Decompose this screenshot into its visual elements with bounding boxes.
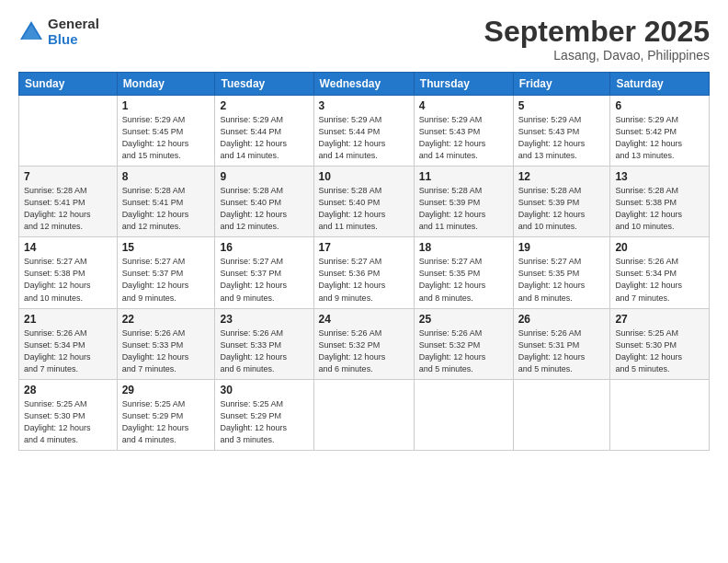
- day-info: Sunrise: 5:29 AM Sunset: 5:43 PM Dayligh…: [518, 114, 606, 162]
- table-row: 17Sunrise: 5:27 AM Sunset: 5:36 PM Dayli…: [313, 237, 414, 308]
- logo-blue-text: Blue: [48, 32, 99, 48]
- table-row: [513, 379, 610, 450]
- logo-text: General Blue: [48, 17, 99, 47]
- day-number: 19: [518, 241, 606, 254]
- calendar-header-row: Sunday Monday Tuesday Wednesday Thursday…: [19, 73, 710, 96]
- day-number: 1: [122, 99, 210, 112]
- table-row: 27Sunrise: 5:25 AM Sunset: 5:30 PM Dayli…: [610, 308, 710, 379]
- table-row: 29Sunrise: 5:25 AM Sunset: 5:29 PM Dayli…: [117, 379, 215, 450]
- day-info: Sunrise: 5:28 AM Sunset: 5:38 PM Dayligh…: [615, 185, 704, 233]
- col-saturday: Saturday: [610, 73, 710, 96]
- day-info: Sunrise: 5:26 AM Sunset: 5:33 PM Dayligh…: [122, 327, 210, 375]
- day-number: 23: [220, 313, 308, 326]
- day-number: 14: [24, 241, 112, 254]
- day-number: 29: [122, 384, 210, 396]
- day-info: Sunrise: 5:27 AM Sunset: 5:38 PM Dayligh…: [24, 256, 112, 304]
- day-number: 20: [615, 241, 704, 254]
- table-row: 9Sunrise: 5:28 AM Sunset: 5:40 PM Daylig…: [215, 167, 313, 237]
- calendar-week-3: 14Sunrise: 5:27 AM Sunset: 5:38 PM Dayli…: [19, 237, 710, 308]
- day-number: 11: [419, 170, 508, 183]
- day-number: 27: [615, 313, 704, 326]
- table-row: 30Sunrise: 5:25 AM Sunset: 5:29 PM Dayli…: [215, 379, 313, 450]
- month-title: September 2025: [484, 17, 710, 46]
- table-row: 24Sunrise: 5:26 AM Sunset: 5:32 PM Dayli…: [313, 308, 414, 379]
- day-info: Sunrise: 5:27 AM Sunset: 5:35 PM Dayligh…: [419, 256, 508, 304]
- day-info: Sunrise: 5:28 AM Sunset: 5:41 PM Dayligh…: [122, 185, 210, 233]
- day-number: 5: [518, 99, 606, 112]
- calendar: Sunday Monday Tuesday Wednesday Thursday…: [18, 72, 710, 451]
- table-row: 19Sunrise: 5:27 AM Sunset: 5:35 PM Dayli…: [513, 237, 610, 308]
- day-info: Sunrise: 5:26 AM Sunset: 5:33 PM Dayligh…: [220, 327, 308, 375]
- day-info: Sunrise: 5:25 AM Sunset: 5:30 PM Dayligh…: [24, 398, 112, 446]
- day-number: 9: [220, 170, 308, 183]
- day-number: 30: [220, 384, 308, 396]
- col-thursday: Thursday: [414, 73, 513, 96]
- day-number: 22: [122, 313, 210, 326]
- title-block: September 2025 Lasang, Davao, Philippine…: [484, 17, 710, 63]
- table-row: 6Sunrise: 5:29 AM Sunset: 5:42 PM Daylig…: [610, 96, 710, 167]
- day-info: Sunrise: 5:26 AM Sunset: 5:34 PM Dayligh…: [615, 256, 704, 304]
- table-row: 1Sunrise: 5:29 AM Sunset: 5:45 PM Daylig…: [117, 96, 215, 167]
- table-row: 25Sunrise: 5:26 AM Sunset: 5:32 PM Dayli…: [414, 308, 513, 379]
- table-row: 2Sunrise: 5:29 AM Sunset: 5:44 PM Daylig…: [215, 96, 313, 167]
- day-number: 4: [419, 99, 508, 112]
- table-row: 15Sunrise: 5:27 AM Sunset: 5:37 PM Dayli…: [117, 237, 215, 308]
- calendar-week-4: 21Sunrise: 5:26 AM Sunset: 5:34 PM Dayli…: [19, 308, 710, 379]
- page: General Blue September 2025 Lasang, Dava…: [0, 0, 728, 563]
- table-row: 16Sunrise: 5:27 AM Sunset: 5:37 PM Dayli…: [215, 237, 313, 308]
- table-row: 28Sunrise: 5:25 AM Sunset: 5:30 PM Dayli…: [19, 379, 118, 450]
- calendar-week-2: 7Sunrise: 5:28 AM Sunset: 5:41 PM Daylig…: [19, 167, 710, 237]
- table-row: 14Sunrise: 5:27 AM Sunset: 5:38 PM Dayli…: [19, 237, 118, 308]
- day-number: 2: [220, 99, 308, 112]
- table-row: [414, 379, 513, 450]
- header: General Blue September 2025 Lasang, Dava…: [18, 17, 710, 63]
- calendar-week-1: 1Sunrise: 5:29 AM Sunset: 5:45 PM Daylig…: [19, 96, 710, 167]
- table-row: 10Sunrise: 5:28 AM Sunset: 5:40 PM Dayli…: [313, 167, 414, 237]
- day-number: 18: [419, 241, 508, 254]
- table-row: 26Sunrise: 5:26 AM Sunset: 5:31 PM Dayli…: [513, 308, 610, 379]
- day-info: Sunrise: 5:27 AM Sunset: 5:37 PM Dayligh…: [220, 256, 308, 304]
- day-number: 16: [220, 241, 308, 254]
- table-row: [313, 379, 414, 450]
- table-row: 18Sunrise: 5:27 AM Sunset: 5:35 PM Dayli…: [414, 237, 513, 308]
- day-info: Sunrise: 5:29 AM Sunset: 5:44 PM Dayligh…: [319, 114, 409, 162]
- table-row: 13Sunrise: 5:28 AM Sunset: 5:38 PM Dayli…: [610, 167, 710, 237]
- table-row: 22Sunrise: 5:26 AM Sunset: 5:33 PM Dayli…: [117, 308, 215, 379]
- col-sunday: Sunday: [19, 73, 118, 96]
- day-info: Sunrise: 5:26 AM Sunset: 5:32 PM Dayligh…: [419, 327, 508, 375]
- day-number: 26: [518, 313, 606, 326]
- day-info: Sunrise: 5:29 AM Sunset: 5:45 PM Dayligh…: [122, 114, 210, 162]
- table-row: 4Sunrise: 5:29 AM Sunset: 5:43 PM Daylig…: [414, 96, 513, 167]
- day-info: Sunrise: 5:28 AM Sunset: 5:40 PM Dayligh…: [220, 185, 308, 233]
- day-info: Sunrise: 5:26 AM Sunset: 5:31 PM Dayligh…: [518, 327, 606, 375]
- table-row: 7Sunrise: 5:28 AM Sunset: 5:41 PM Daylig…: [19, 167, 118, 237]
- table-row: 3Sunrise: 5:29 AM Sunset: 5:44 PM Daylig…: [313, 96, 414, 167]
- table-row: 8Sunrise: 5:28 AM Sunset: 5:41 PM Daylig…: [117, 167, 215, 237]
- logo: General Blue: [18, 17, 99, 47]
- day-info: Sunrise: 5:26 AM Sunset: 5:34 PM Dayligh…: [24, 327, 112, 375]
- day-number: 12: [518, 170, 606, 183]
- day-number: 25: [419, 313, 508, 326]
- logo-icon: [18, 19, 44, 45]
- day-info: Sunrise: 5:29 AM Sunset: 5:44 PM Dayligh…: [220, 114, 308, 162]
- day-info: Sunrise: 5:25 AM Sunset: 5:29 PM Dayligh…: [220, 398, 308, 446]
- table-row: 23Sunrise: 5:26 AM Sunset: 5:33 PM Dayli…: [215, 308, 313, 379]
- day-info: Sunrise: 5:28 AM Sunset: 5:41 PM Dayligh…: [24, 185, 112, 233]
- table-row: 12Sunrise: 5:28 AM Sunset: 5:39 PM Dayli…: [513, 167, 610, 237]
- day-number: 8: [122, 170, 210, 183]
- table-row: [19, 96, 118, 167]
- day-info: Sunrise: 5:28 AM Sunset: 5:39 PM Dayligh…: [518, 185, 606, 233]
- location: Lasang, Davao, Philippines: [484, 48, 710, 63]
- day-number: 10: [319, 170, 409, 183]
- day-info: Sunrise: 5:25 AM Sunset: 5:29 PM Dayligh…: [122, 398, 210, 446]
- table-row: 20Sunrise: 5:26 AM Sunset: 5:34 PM Dayli…: [610, 237, 710, 308]
- day-number: 7: [24, 170, 112, 183]
- calendar-week-5: 28Sunrise: 5:25 AM Sunset: 5:30 PM Dayli…: [19, 379, 710, 450]
- table-row: 11Sunrise: 5:28 AM Sunset: 5:39 PM Dayli…: [414, 167, 513, 237]
- day-info: Sunrise: 5:28 AM Sunset: 5:40 PM Dayligh…: [319, 185, 409, 233]
- col-tuesday: Tuesday: [215, 73, 313, 96]
- day-number: 21: [24, 313, 112, 326]
- day-info: Sunrise: 5:25 AM Sunset: 5:30 PM Dayligh…: [615, 327, 704, 375]
- col-wednesday: Wednesday: [313, 73, 414, 96]
- table-row: [610, 379, 710, 450]
